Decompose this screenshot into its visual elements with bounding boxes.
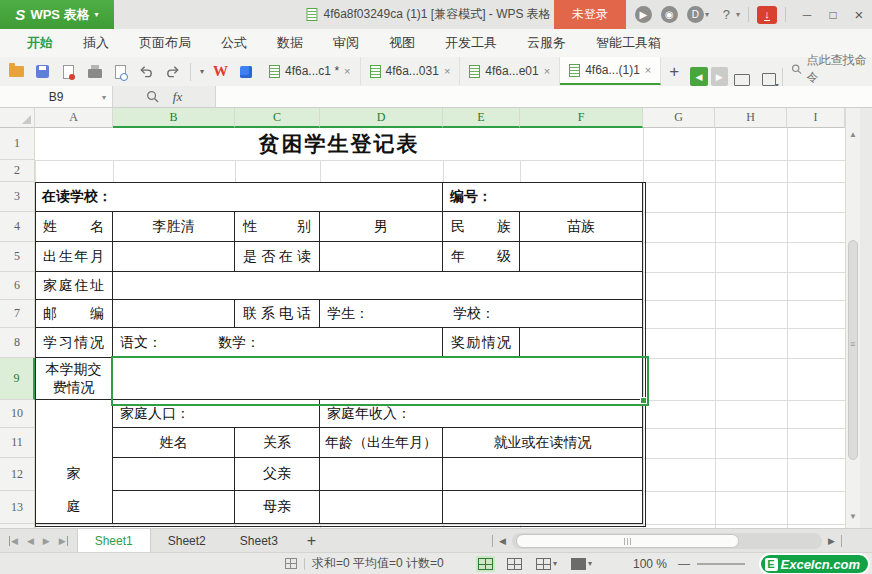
cell-A5[interactable]: 出生年月 <box>35 242 113 272</box>
skill-circle-icon[interactable]: ◉ <box>661 6 678 23</box>
row-header-8[interactable]: 8 <box>0 328 35 358</box>
cell-D4[interactable]: 男 <box>320 212 443 242</box>
cell-D11[interactable]: 年龄（出生年月） <box>320 428 443 458</box>
column-header-A[interactable]: A <box>35 108 113 128</box>
cell-D12[interactable] <box>320 458 443 491</box>
scroll-left-icon[interactable]: ◀ <box>499 536 506 546</box>
cell-A1[interactable]: 贫困学生登记表 <box>35 128 643 160</box>
maximize-button[interactable]: □ <box>820 0 846 29</box>
menu-item-开发工具[interactable]: 开发工具 <box>430 29 512 57</box>
wps-writer-icon[interactable]: W <box>213 63 228 80</box>
customize-toolbar-icon[interactable]: ▾ <box>200 67 204 76</box>
cell-A8[interactable]: 学习情况 <box>35 328 113 358</box>
sheet-tab-Sheet2[interactable]: Sheet2 <box>151 529 223 552</box>
cell-F4[interactable]: 苗族 <box>520 212 643 242</box>
zoom-out-button[interactable]: — <box>678 553 690 574</box>
column-header-D[interactable]: D <box>320 108 443 128</box>
cell-A6[interactable]: 家庭住址 <box>35 272 113 300</box>
wps-app-button[interactable]: S WPS 表格 ▾ <box>0 0 114 29</box>
cell-B5[interactable] <box>113 242 235 272</box>
sheet-tab-Sheet1[interactable]: Sheet1 <box>77 529 151 552</box>
print-preview-icon[interactable] <box>112 63 129 80</box>
cell-D7[interactable]: 学生： 学校： <box>320 300 643 328</box>
cell-C7[interactable]: 联系电话 <box>235 300 320 328</box>
cell-name-box[interactable]: B9 ▾ <box>0 86 113 107</box>
sheet-tab-Sheet3[interactable]: Sheet3 <box>223 529 295 552</box>
next-sheet-button[interactable]: ▶ <box>43 536 50 546</box>
tab-split-handle[interactable] <box>492 535 493 547</box>
first-sheet-button[interactable]: ◀ <box>9 536 18 546</box>
new-document-tab-button[interactable]: + <box>661 57 687 86</box>
scroll-up-icon[interactable]: ▲ <box>846 130 860 139</box>
menu-item-公式[interactable]: 公式 <box>206 29 262 57</box>
select-all-corner[interactable] <box>0 108 35 128</box>
app-center-icon[interactable] <box>237 63 254 80</box>
undo-icon[interactable] <box>138 63 155 80</box>
prev-sheet-button[interactable]: ◀ <box>27 536 34 546</box>
print-icon[interactable] <box>86 63 103 80</box>
reading-mode-button[interactable]: ▾ <box>569 556 594 572</box>
row-header-13[interactable]: 13 <box>0 491 35 524</box>
cell-C5[interactable]: 是否在读 <box>235 242 320 272</box>
tab-split-handle[interactable] <box>841 535 842 547</box>
document-tab[interactable]: 4f6a...c1 *× <box>260 57 360 85</box>
cell-B11[interactable]: 姓名 <box>113 428 235 458</box>
column-header-F[interactable]: F <box>520 108 643 128</box>
cell-B7[interactable] <box>113 300 235 328</box>
add-sheet-button[interactable]: + <box>295 532 328 550</box>
row-header-6[interactable]: 6 <box>0 272 35 300</box>
vertical-scroll-thumb[interactable] <box>848 240 858 460</box>
row-header-12[interactable]: 12 <box>0 458 35 491</box>
login-button[interactable]: 未登录 <box>554 0 626 29</box>
cell-D13[interactable] <box>320 491 443 524</box>
cell-E5[interactable]: 年级 <box>443 242 520 272</box>
cell-B8[interactable]: 语文： 数学： <box>113 328 443 358</box>
close-button[interactable]: × <box>846 0 872 29</box>
cell-D5[interactable] <box>320 242 443 272</box>
download-icon[interactable]: ↓ <box>757 6 777 24</box>
document-tab[interactable]: 4f6a...031× <box>361 57 461 85</box>
cell-C12[interactable]: 父亲 <box>235 458 320 491</box>
docer-icon[interactable]: D <box>687 6 704 23</box>
tab-scroll-left-button[interactable]: ◀ <box>690 67 707 86</box>
close-tab-icon[interactable]: × <box>344 65 350 77</box>
cell-F5[interactable] <box>520 242 643 272</box>
page-break-view-button[interactable] <box>505 556 524 572</box>
cell-C4[interactable]: 性别 <box>235 212 320 242</box>
menu-item-开始[interactable]: 开始 <box>12 29 68 57</box>
row-header-3[interactable]: 3 <box>0 182 35 212</box>
horizontal-scroll-track[interactable] <box>512 533 822 549</box>
minimize-button[interactable]: ─ <box>794 0 820 29</box>
cell-A9[interactable]: 本学期交费情况 <box>35 358 113 400</box>
row-header-5[interactable]: 5 <box>0 242 35 272</box>
column-header-E[interactable]: E <box>443 108 520 128</box>
page-layout-view-button[interactable]: ▾ <box>534 556 559 572</box>
row-header-7[interactable]: 7 <box>0 300 35 328</box>
column-header-G[interactable]: G <box>643 108 715 128</box>
close-tab-icon[interactable]: × <box>645 64 651 76</box>
scroll-down-icon[interactable]: ▼ <box>846 512 860 521</box>
save-icon[interactable] <box>34 63 51 80</box>
horizontal-scrollbar[interactable]: ◀ ▶ <box>492 532 842 550</box>
share-icon[interactable] <box>762 73 776 86</box>
column-header-H[interactable]: H <box>715 108 787 128</box>
cell-A10[interactable]: 家 庭 <box>35 400 113 524</box>
scroll-right-icon[interactable]: ▶ <box>828 536 835 546</box>
cell-E12[interactable] <box>443 458 643 491</box>
normal-view-button[interactable] <box>476 556 495 572</box>
cell-F8[interactable] <box>520 328 643 358</box>
find-command-box[interactable]: 点此查找命令 <box>791 52 872 86</box>
formula-input[interactable] <box>216 86 872 107</box>
last-sheet-button[interactable]: ▶ <box>59 536 68 546</box>
cell-B9[interactable] <box>113 358 643 400</box>
close-tab-icon[interactable]: × <box>444 65 450 77</box>
zoom-slider[interactable] <box>697 563 745 565</box>
cell-B10[interactable]: 家庭人口： <box>113 400 320 428</box>
zoom-magnifier-icon[interactable] <box>146 90 159 103</box>
menu-item-云服务[interactable]: 云服务 <box>512 29 581 57</box>
row-header-4[interactable]: 4 <box>0 212 35 242</box>
row-header-11[interactable]: 11 <box>0 428 35 458</box>
cell-A7[interactable]: 邮编 <box>35 300 113 328</box>
fill-handle[interactable] <box>640 397 647 404</box>
menu-item-插入[interactable]: 插入 <box>68 29 124 57</box>
